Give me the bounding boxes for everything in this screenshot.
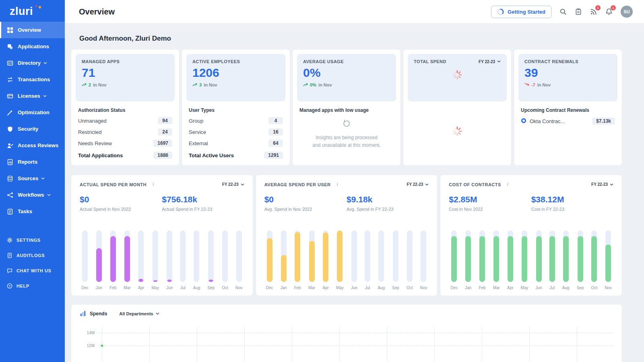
sidebar-item-label: HELP [17, 284, 29, 288]
fy-select[interactable]: FY 22-23 [591, 182, 613, 187]
spends-tab[interactable]: Spends [80, 311, 107, 317]
fy-select[interactable]: FY 22-23 [222, 182, 244, 187]
fy-select[interactable]: FY 22-23 [479, 60, 501, 64]
greeting: Good Afternoon, Zluri Demo [79, 35, 622, 43]
bar-column-apr: Apr [507, 230, 514, 290]
bar-fill [451, 236, 457, 282]
sidebar-item-label: CHAT WITH US [17, 268, 51, 273]
section-title: Authorization Status [78, 107, 172, 113]
sidebar-item-optimization[interactable]: Optimization [0, 104, 65, 121]
bar-column-aug: Aug [378, 230, 385, 290]
notifications-badge: 1 [611, 5, 616, 10]
row-label: Total Active Users [189, 152, 234, 158]
bar-track [96, 230, 102, 282]
bar-chart-icon [80, 311, 86, 317]
clipboard-icon[interactable] [575, 8, 582, 15]
chevron-down-icon [47, 193, 51, 197]
sidebar-item-licenses[interactable]: Licenses [0, 88, 65, 104]
sidebar-item-tasks[interactable]: Tasks [0, 203, 65, 220]
sidebar-item-access-reviews[interactable]: Access Reviews [0, 137, 65, 154]
transactions-icon [7, 76, 13, 83]
sidebar-item-auditlogs[interactable]: AUDITLOGS [0, 248, 65, 263]
bar-column-apr: Apr [322, 230, 329, 290]
sidebar-item-help[interactable]: ?HELP [0, 278, 65, 294]
bar-track [465, 230, 471, 282]
feed-icon[interactable]: 1 [590, 8, 597, 15]
spends-card: Spends All Departments 14M 12M [71, 304, 622, 362]
bar-track [124, 230, 130, 282]
getting-started-label: Getting Started [508, 9, 545, 15]
bar-column-jan: Jan [96, 230, 102, 290]
bar-track [110, 230, 116, 282]
sidebar-item-label: SETTINGS [17, 238, 41, 243]
sidebar-item-directory[interactable]: Directory [0, 55, 65, 71]
sidebar-item-applications[interactable]: Applications [0, 38, 65, 55]
fy-select[interactable]: FY 22-23 [407, 182, 429, 187]
getting-started-button[interactable]: Getting Started [491, 6, 551, 18]
sidebar-item-settings[interactable]: SETTINGS [0, 232, 65, 248]
bar-fill [167, 280, 172, 282]
auditlog-icon [7, 253, 12, 258]
reports-icon [7, 159, 13, 165]
bar-fill [578, 236, 583, 282]
bar-track [267, 230, 272, 282]
bar-fill [549, 236, 555, 282]
sidebar-item-label: Overview [18, 27, 41, 33]
series-point[interactable] [100, 344, 104, 348]
sidebar-footer-nav: SETTINGSAUDITLOGSCHAT WITH US?HELP [0, 232, 65, 294]
card-value: 0% [303, 66, 390, 80]
row-label: Unmanaged [78, 118, 107, 124]
bar-fill [110, 236, 116, 282]
departments-select[interactable]: All Departments [119, 311, 159, 316]
bar-fill [267, 238, 272, 282]
search-icon[interactable] [559, 8, 567, 15]
info-icon[interactable]: i [153, 181, 154, 187]
gear-icon [7, 237, 12, 243]
bar-month-label: Sep [207, 286, 215, 290]
grid-icon [7, 27, 13, 33]
sidebar-item-reports[interactable]: Reports [0, 154, 65, 170]
sidebar-item-transactions[interactable]: Transactions [0, 71, 65, 88]
delta-note: in Nov [93, 82, 107, 87]
sidebar-item-label: AUDITLOGS [17, 253, 45, 258]
bar-track [351, 230, 357, 282]
stat-row-needs-review: Needs Review 1697 [76, 138, 175, 149]
bar-column-jul: Jul [549, 230, 555, 290]
bar-fill [96, 248, 102, 282]
renewal-row-okta[interactable]: Okta Contrac... $7.13k [518, 115, 617, 127]
avatar[interactable]: SU [621, 6, 633, 18]
sidebar-item-workflows[interactable]: Workflows [0, 187, 65, 203]
info-icon[interactable]: i [507, 181, 508, 187]
info-icon[interactable]: i [337, 181, 338, 187]
bar-fill [605, 245, 611, 282]
stat-row-service: Service 16 [186, 126, 285, 138]
sidebar-item-label: Directory [18, 60, 41, 66]
sidebar-item-chat-with-us[interactable]: CHAT WITH US [0, 263, 65, 278]
bar-column-sep: Sep [207, 230, 215, 290]
bar-month-label: Apr [322, 286, 329, 290]
bell-icon[interactable]: 1 [605, 8, 613, 15]
bar-track [536, 230, 542, 282]
chart-title: ACTUAL SPEND PER MONTH [80, 182, 147, 187]
bar-month-label: May [336, 286, 344, 290]
sidebar-item-label: Security [18, 126, 38, 132]
app-root: zluri OverviewApplicationsDirectoryTrans… [0, 0, 644, 362]
bar-column-feb: Feb [294, 230, 301, 290]
bar-month-label: Jun [536, 286, 542, 290]
bar-month-label: Dec [81, 286, 89, 290]
bar-month-label: Apr [138, 286, 144, 290]
bar-fill [563, 236, 569, 282]
bar-fill [508, 236, 513, 282]
sidebar-item-security[interactable]: Security [0, 121, 65, 137]
optimization-icon [7, 109, 13, 116]
sidebar-item-sources[interactable]: Sources [0, 170, 65, 187]
total-spend-summary: TOTAL SPEND FY 22-23 [408, 54, 507, 101]
bar-track [378, 230, 384, 282]
sidebar-item-label: Optimization [18, 109, 50, 115]
sources-icon [7, 175, 13, 182]
row-value: 1697 [153, 140, 172, 147]
renewal-app-name: Okta Contrac... [530, 118, 589, 124]
sidebar-item-overview[interactable]: Overview [0, 22, 65, 38]
card-delta: 3 in Nov [192, 82, 279, 87]
stat-row-restricted: Restricted 24 [76, 126, 175, 138]
